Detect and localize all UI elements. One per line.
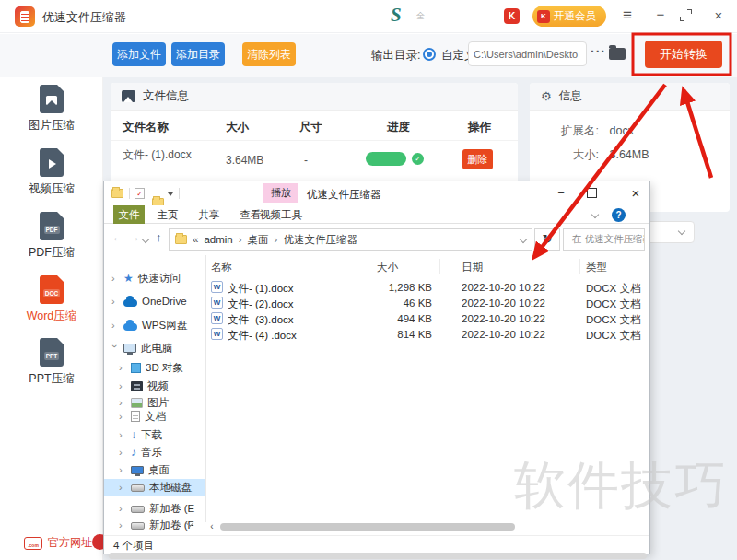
star-icon xyxy=(123,272,134,285)
hamburger-menu-icon[interactable] xyxy=(617,6,638,26)
file-info-icon xyxy=(122,90,135,102)
breadcrumb-ellipsis-icon xyxy=(193,234,198,245)
clear-list-button[interactable]: 清除列表 xyxy=(242,42,296,66)
col-action: 操作 xyxy=(468,120,491,135)
word-doc-icon xyxy=(211,312,223,324)
col-type[interactable]: 类型 xyxy=(586,261,607,274)
output-path-input[interactable] xyxy=(468,41,587,66)
brand-suffix: 全 xyxy=(416,10,425,22)
cloud-icon xyxy=(123,323,137,331)
app-toolbar xyxy=(0,34,737,77)
refresh-icon[interactable] xyxy=(534,228,560,251)
chevron-down-icon xyxy=(678,228,685,235)
explorer-title: 优速文件压缩器 xyxy=(307,188,381,202)
help-icon[interactable] xyxy=(612,208,626,222)
contextual-tab-play[interactable]: 播放 xyxy=(263,183,298,203)
explorer-close-button[interactable] xyxy=(622,183,649,204)
maximize-button[interactable] xyxy=(680,9,692,21)
tab-file[interactable]: 文件 xyxy=(113,205,145,224)
quick-access-dropdown-icon[interactable] xyxy=(168,192,173,196)
tree-item-3d-objects[interactable]: 3D 对象 xyxy=(104,359,205,376)
ext-label: 扩展名: xyxy=(530,123,599,139)
tree-item-new-volume-e[interactable]: 新加卷 (E xyxy=(104,500,205,517)
browse-ellipsis-button[interactable] xyxy=(591,44,606,59)
gear-icon xyxy=(541,89,552,103)
tree-item-videos[interactable]: 视频 xyxy=(104,378,205,394)
start-convert-button[interactable]: 开始转换 xyxy=(645,41,722,68)
doc-file-icon: DOC xyxy=(40,275,64,304)
close-button[interactable] xyxy=(708,6,729,27)
quick-access-folder-icon[interactable] xyxy=(111,189,123,198)
col-size: 大小 xyxy=(226,120,249,135)
tree-item-documents[interactable]: 文档 xyxy=(104,408,205,425)
tree-item-downloads[interactable]: 下载 xyxy=(104,426,205,443)
address-dropdown-icon[interactable] xyxy=(520,236,527,243)
disk-icon xyxy=(131,484,145,492)
output-dir-label: 输出目录: xyxy=(371,48,420,64)
breadcrumb[interactable]: admin 桌面 优速文件压缩器 xyxy=(169,228,532,251)
image-file-icon xyxy=(40,85,64,113)
watermark: 软件技巧 xyxy=(514,451,728,521)
sidebar-item-word-compress[interactable]: DOC Word压缩 xyxy=(0,275,103,324)
size-label: 大小: xyxy=(530,147,599,163)
horizontal-scrollbar[interactable] xyxy=(220,523,515,531)
tree-item-local-disk[interactable]: 本地磁盘 xyxy=(104,479,205,496)
video-icon xyxy=(131,381,143,391)
breadcrumb-folder[interactable]: 优速文件压缩器 xyxy=(283,233,357,247)
progress-bar xyxy=(366,152,406,166)
ribbon-tab-row xyxy=(104,205,649,224)
col-size[interactable]: 大小 xyxy=(377,261,432,274)
pdf-file-icon: PDF xyxy=(40,212,64,240)
search-input[interactable]: 在 优速文件压缩器 中搜索 xyxy=(563,228,645,251)
open-member-button[interactable]: K 开通会员 xyxy=(532,6,606,27)
up-icon[interactable] xyxy=(156,230,162,244)
explorer-minimize-button[interactable] xyxy=(547,183,575,204)
download-icon xyxy=(131,428,136,441)
official-site-link[interactable]: .com 官方网址 xyxy=(24,535,92,551)
folder-icon xyxy=(175,235,187,244)
file-row-name: 文件- (1).docx xyxy=(123,147,204,162)
sidebar-item-pdf-compress[interactable]: PDF PDF压缩 xyxy=(0,212,103,261)
explorer-statusbar: 4 个项目 xyxy=(104,535,649,554)
breadcrumb-desktop[interactable]: 桌面 xyxy=(248,233,269,247)
tree-item-wps[interactable]: WPS网盘 xyxy=(104,317,205,333)
explorer-maximize-button[interactable] xyxy=(587,188,597,198)
app-logo-icon xyxy=(15,6,35,27)
tree-item-music[interactable]: 音乐 xyxy=(104,444,205,461)
back-icon[interactable] xyxy=(111,230,123,244)
video-file-icon xyxy=(40,148,64,177)
disk-icon xyxy=(131,522,145,530)
tree-item-quick-access[interactable]: 快速访问 xyxy=(104,270,205,286)
computer-icon xyxy=(123,344,136,353)
member-k-icon[interactable]: K xyxy=(504,8,520,24)
cloud-icon xyxy=(123,299,137,307)
forward-icon[interactable] xyxy=(128,230,140,244)
tab-video-tools[interactable]: 视频工具 xyxy=(258,205,304,224)
delete-button[interactable]: 删除 xyxy=(462,149,493,169)
app-titlebar: 优速文件压缩器 S 全 K K 开通会员 xyxy=(0,0,737,33)
tab-home[interactable]: 主页 xyxy=(152,205,183,224)
col-name[interactable]: 名称 xyxy=(211,261,232,274)
minimize-button[interactable] xyxy=(650,6,671,26)
add-file-button[interactable]: 添加文件 xyxy=(112,42,166,66)
custom-radio[interactable] xyxy=(423,48,436,61)
info-panel-title: 信息 xyxy=(559,88,582,104)
open-folder-icon[interactable] xyxy=(609,48,626,60)
hscroll-left-icon[interactable] xyxy=(206,521,217,532)
document-icon xyxy=(131,411,140,422)
tree-item-onedrive[interactable]: OneDrive xyxy=(104,293,205,309)
sidebar-item-video-compress[interactable]: 视频压缩 xyxy=(0,148,103,197)
add-directory-button[interactable]: 添加目录 xyxy=(171,42,225,66)
quick-access-properties-icon[interactable] xyxy=(135,188,145,199)
sidebar-item-image-compress[interactable]: 图片压缩 xyxy=(0,85,103,134)
col-date[interactable]: 日期 xyxy=(462,261,483,274)
tree-item-desktop[interactable]: 桌面 xyxy=(104,461,205,478)
tree-item-this-pc[interactable]: 此电脑 xyxy=(104,340,205,356)
desktop-icon xyxy=(131,466,144,474)
tab-share[interactable]: 共享 xyxy=(193,205,225,224)
file-row-dimension: - xyxy=(304,154,308,167)
dot-com-icon: .com xyxy=(24,537,42,550)
breadcrumb-admin[interactable]: admin xyxy=(204,234,232,245)
brand-s-icon: S xyxy=(391,4,402,27)
sidebar-item-ppt-compress[interactable]: PPT PPT压缩 xyxy=(0,338,103,387)
